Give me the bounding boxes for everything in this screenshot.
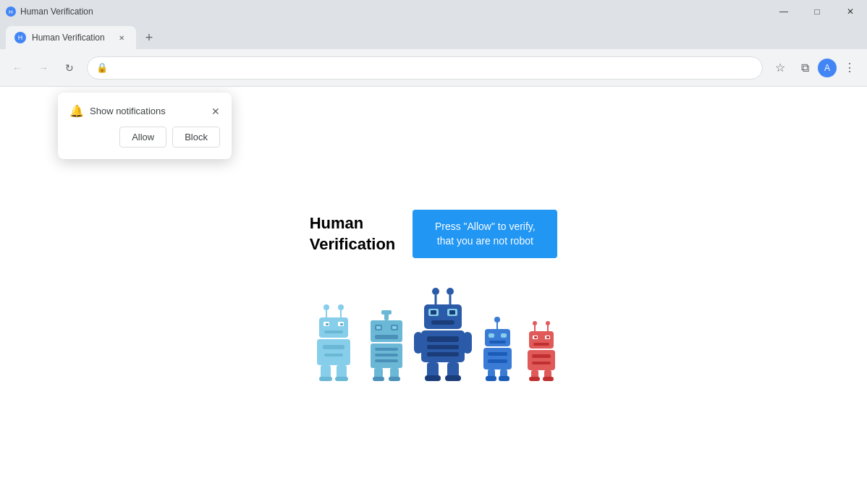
notif-content: 🔔 Show notifications bbox=[69, 104, 166, 118]
close-button[interactable]: ✕ bbox=[834, 0, 867, 23]
verification-title: Human Verification bbox=[310, 213, 396, 255]
svg-rect-64 bbox=[486, 376, 496, 381]
svg-rect-73 bbox=[534, 336, 537, 338]
svg-rect-77 bbox=[532, 354, 551, 358]
toolbar-icons: ☆ ⧉ A ⋮ bbox=[769, 56, 861, 80]
notification-buttons: Allow Block bbox=[69, 127, 220, 148]
svg-rect-41 bbox=[449, 310, 455, 315]
svg-rect-56 bbox=[489, 333, 494, 338]
back-button[interactable]: ← bbox=[6, 56, 29, 80]
svg-point-1 bbox=[338, 304, 344, 310]
svg-rect-16 bbox=[335, 377, 348, 381]
address-bar: ← → ↻ 🔒 ☆ ⧉ A ⋮ bbox=[0, 49, 867, 87]
tab-favicon: H bbox=[14, 32, 26, 43]
svg-rect-45 bbox=[427, 345, 459, 349]
notification-text: Show notifications bbox=[90, 106, 166, 116]
svg-rect-57 bbox=[501, 333, 507, 338]
block-button[interactable]: Block bbox=[172, 127, 220, 148]
url-bar[interactable]: 🔒 bbox=[87, 56, 763, 80]
active-tab[interactable]: H Human Verification ✕ bbox=[6, 26, 136, 49]
svg-point-67 bbox=[546, 321, 550, 325]
svg-point-34 bbox=[447, 288, 454, 295]
svg-rect-61 bbox=[488, 359, 507, 363]
svg-point-66 bbox=[533, 321, 537, 325]
svg-rect-8 bbox=[340, 323, 343, 325]
allow-button[interactable]: Allow bbox=[119, 127, 166, 148]
menu-button[interactable]: ⋮ bbox=[838, 56, 861, 80]
robot-2 bbox=[365, 309, 408, 381]
svg-rect-48 bbox=[463, 332, 472, 354]
robot-3 bbox=[414, 287, 472, 381]
svg-rect-37 bbox=[424, 304, 462, 329]
reload-button[interactable]: ↻ bbox=[58, 56, 81, 80]
svg-point-53 bbox=[494, 317, 500, 323]
title-bar-text: Human Verification bbox=[20, 7, 93, 17]
svg-rect-65 bbox=[499, 376, 509, 381]
svg-rect-58 bbox=[489, 341, 506, 343]
svg-rect-26 bbox=[375, 348, 398, 351]
svg-rect-23 bbox=[392, 326, 397, 329]
notification-close-button[interactable]: ✕ bbox=[211, 106, 220, 116]
bookmark-button[interactable]: ☆ bbox=[769, 56, 792, 80]
tab-close-button[interactable]: ✕ bbox=[116, 32, 127, 43]
svg-rect-15 bbox=[319, 377, 332, 381]
svg-rect-12 bbox=[324, 354, 343, 356]
svg-rect-74 bbox=[546, 336, 549, 338]
robot-4 bbox=[478, 316, 517, 381]
svg-rect-32 bbox=[389, 377, 400, 381]
robot-5 bbox=[523, 320, 559, 381]
bell-icon: 🔔 bbox=[69, 104, 84, 118]
svg-rect-28 bbox=[375, 359, 398, 362]
svg-rect-55 bbox=[485, 329, 510, 346]
svg-rect-46 bbox=[427, 352, 459, 356]
verify-allow-button[interactable]: Press "Allow" to verify, that you are no… bbox=[413, 210, 557, 258]
svg-point-0 bbox=[323, 304, 329, 310]
svg-rect-76 bbox=[528, 350, 555, 370]
svg-rect-82 bbox=[543, 377, 554, 381]
new-tab-button[interactable]: + bbox=[139, 27, 159, 48]
svg-rect-51 bbox=[425, 375, 441, 381]
tab-title: Human Verification bbox=[32, 33, 110, 43]
svg-rect-10 bbox=[317, 339, 350, 365]
browser-content: 🔔 Show notifications ✕ Allow Block Human… bbox=[0, 87, 867, 504]
svg-rect-52 bbox=[445, 375, 461, 381]
svg-rect-47 bbox=[414, 332, 423, 354]
svg-rect-7 bbox=[326, 323, 329, 325]
svg-rect-75 bbox=[533, 343, 549, 346]
svg-rect-42 bbox=[431, 320, 454, 325]
robot-1 bbox=[308, 302, 359, 381]
notif-header: 🔔 Show notifications ✕ bbox=[69, 104, 220, 118]
svg-rect-59 bbox=[483, 348, 512, 370]
forward-button[interactable]: → bbox=[32, 56, 55, 80]
svg-rect-70 bbox=[529, 331, 554, 349]
svg-rect-44 bbox=[427, 336, 459, 342]
svg-rect-4 bbox=[319, 317, 348, 338]
svg-point-33 bbox=[432, 288, 439, 295]
svg-rect-78 bbox=[532, 362, 551, 364]
verification-section: Human Verification Press "Allow" to veri… bbox=[310, 210, 558, 258]
svg-rect-60 bbox=[488, 352, 507, 356]
svg-rect-24 bbox=[375, 335, 398, 339]
title-bar-favicon: H bbox=[6, 7, 16, 17]
svg-rect-22 bbox=[376, 326, 381, 329]
svg-rect-11 bbox=[323, 345, 344, 349]
window-controls: — □ ✕ bbox=[767, 0, 867, 23]
notification-popup: 🔔 Show notifications ✕ Allow Block bbox=[58, 93, 232, 159]
title-bar: H Human Verification — □ ✕ bbox=[0, 0, 867, 23]
svg-rect-18 bbox=[381, 310, 392, 315]
robots-area bbox=[308, 287, 559, 381]
svg-rect-27 bbox=[375, 354, 398, 356]
svg-rect-31 bbox=[373, 377, 384, 381]
svg-rect-81 bbox=[529, 377, 540, 381]
tab-bar: H Human Verification ✕ + bbox=[0, 23, 867, 49]
svg-rect-9 bbox=[324, 330, 343, 333]
lock-icon: 🔒 bbox=[96, 62, 108, 73]
maximize-button[interactable]: □ bbox=[800, 0, 834, 23]
minimize-button[interactable]: — bbox=[767, 0, 800, 23]
profile-button[interactable]: A bbox=[818, 59, 837, 77]
svg-rect-40 bbox=[431, 310, 436, 315]
extensions-button[interactable]: ⧉ bbox=[793, 56, 816, 80]
